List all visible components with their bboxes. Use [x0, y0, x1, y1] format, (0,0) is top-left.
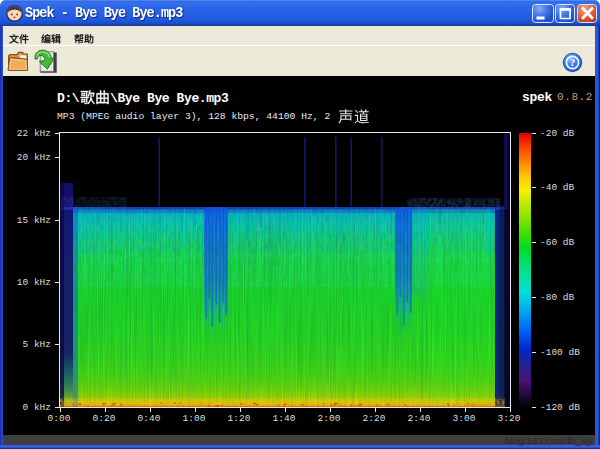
svg-text:?: ? — [570, 56, 576, 68]
